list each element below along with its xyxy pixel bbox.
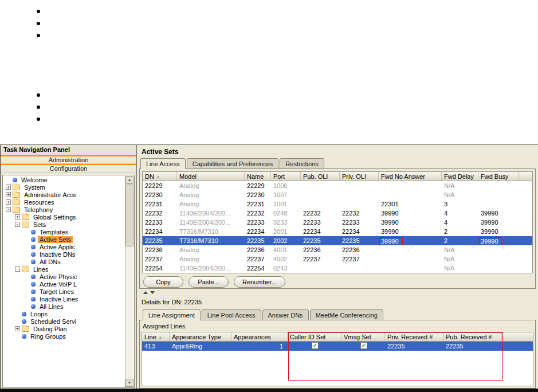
collapse-icon[interactable]: - (15, 266, 20, 272)
column-header-label: Fwd No Answer (381, 173, 425, 180)
tree-item-active-voip-l[interactable]: Active VoIP L (3, 280, 124, 288)
section-configuration[interactable]: Configuration (1, 164, 136, 173)
tree-item-global-settings[interactable]: +Global Settings (3, 213, 124, 221)
table-row-22236[interactable]: 22236Analog2223640012223622236N/A (143, 245, 532, 254)
column-header-model[interactable]: Model (177, 172, 245, 181)
cell: 22235 (340, 236, 379, 245)
column-header-fwd-busy[interactable]: Fwd Busy (478, 172, 519, 181)
table-row-22233[interactable]: 222331140E/2004/200...222330233222332223… (143, 218, 532, 227)
tree-item-active-applic[interactable]: Active Applic. (3, 243, 124, 250)
cell-value: 4 (444, 219, 447, 226)
table-row-22237[interactable]: 22237Analog2223740022223722237N/A (143, 254, 532, 264)
tab-capabilities-and-preferences[interactable]: Capabilities and Preferences (187, 158, 279, 169)
tree-item-active-physic[interactable]: Active Physic (3, 273, 124, 280)
column-header-port[interactable]: Port (271, 172, 301, 181)
tree-item-administrator-acce[interactable]: +Administrator Acce (3, 191, 124, 198)
splitter-expand-icon[interactable] (150, 291, 155, 294)
column-header-name[interactable]: Name (245, 172, 271, 181)
column-header-pub-oli[interactable]: Pub. OLI (301, 172, 340, 181)
tree-item-lines[interactable]: -Lines (3, 265, 124, 273)
checkmark-icon: ✓ (313, 342, 317, 348)
scrollbar-thumb[interactable] (125, 185, 133, 246)
expand-icon[interactable]: + (15, 214, 20, 219)
cell: 22234 (143, 227, 177, 236)
table-row-22230[interactable]: 22230Analog222301007N/A (143, 190, 532, 199)
cell: 1007 (271, 190, 301, 199)
expand-icon[interactable]: + (6, 192, 11, 197)
column-header-appearance-type[interactable]: Appearance Type (170, 332, 231, 341)
tree-item-all-lines[interactable]: All Lines (3, 303, 124, 310)
caller-id-set-checkbox[interactable]: ✓ (312, 342, 319, 349)
cell: 39990 (478, 209, 519, 218)
tree-item-scheduled-servi[interactable]: Scheduled Servi (3, 317, 124, 325)
cell-value: 22233 (303, 219, 321, 226)
table-row-22235[interactable]: 22235T7316/M7310222352002222352223539990… (143, 236, 532, 245)
dot-icon (31, 260, 36, 264)
tree-item-loops[interactable]: Loops (3, 310, 124, 317)
expand-icon[interactable]: + (6, 199, 11, 205)
tree-item-welcome[interactable]: Welcome (3, 176, 124, 183)
collapse-icon[interactable]: - (15, 222, 20, 227)
column-header-pub-received[interactable]: Pub. Received # (443, 332, 502, 341)
collapse-icon[interactable]: - (6, 207, 11, 212)
tab-restrictions[interactable]: Restrictions (280, 158, 324, 169)
column-header-fwd-no-answer[interactable]: Fwd No Answer (379, 172, 442, 181)
tree-item-inactive-lines[interactable]: Inactive Lines (3, 295, 124, 303)
tree-item-target-lines[interactable]: Target Lines (3, 288, 124, 295)
tree-item-telephony[interactable]: -Telephony (3, 206, 124, 213)
copy-button[interactable]: Copy (143, 276, 183, 288)
tree-item-templates[interactable]: Templates (3, 228, 124, 236)
vmsg-set-checkbox[interactable]: ✓ (360, 342, 367, 349)
table-row-22232[interactable]: 222321140E/2004/200...222320248222322223… (143, 209, 532, 218)
column-header-vmsg-set[interactable]: Vmsg Set (341, 332, 385, 341)
tree-item-inactive-dns[interactable]: Inactive DNs (3, 250, 124, 258)
table-row-22254[interactable]: 222541140E/2004/200...222540243N/A (143, 264, 532, 273)
tree-item-active-sets[interactable]: Active Sets (3, 236, 124, 243)
tab-line-pool-access[interactable]: Line Pool Access (202, 309, 261, 320)
cell-value: 4 (444, 210, 447, 217)
tree-item-sets[interactable]: -Sets (3, 221, 124, 228)
table-row-22231[interactable]: 22231Analog222311001223013 (143, 199, 532, 209)
section-administration[interactable]: Administration (1, 155, 136, 164)
scroll-down-icon[interactable]: ▼ (125, 379, 133, 387)
tree-item-system[interactable]: +System (3, 183, 124, 191)
column-header-priv-oli[interactable]: Priv. OLI (340, 172, 379, 181)
split-pane-divider[interactable] (139, 289, 536, 296)
table-row-22229[interactable]: 22229Analog222291006N/A (143, 181, 532, 190)
cell: 22234 (301, 227, 340, 236)
tree-item-ring-groups[interactable]: Ring Groups (3, 332, 124, 340)
tab-answer-dns[interactable]: Answer DNs (262, 309, 309, 320)
cell-value: 0248 (273, 210, 287, 217)
tab-line-assignment[interactable]: Line Assignment (143, 309, 201, 320)
cell-value: 2001 (273, 228, 287, 235)
renumber-button[interactable]: Renumber... (234, 276, 285, 288)
paste-button[interactable]: Paste... (189, 276, 229, 288)
tab-line-access[interactable]: Line Access (140, 158, 186, 169)
table-row-22234[interactable]: 22234T7316/M7310222342001222342223439990… (143, 227, 532, 236)
column-header-appearances[interactable]: Appearances (231, 332, 288, 341)
column-header-priv-received[interactable]: Priv. Received # (385, 332, 443, 341)
cell-pub-received: 22235 (443, 342, 502, 351)
cell: T7316/M7310 (177, 236, 245, 245)
column-header-fwd-delay[interactable]: Fwd Delay (442, 172, 478, 181)
expand-icon[interactable]: + (6, 185, 11, 190)
splitter-collapse-icon[interactable] (143, 291, 148, 294)
tree-item-dialing-plan[interactable]: +Dialing Plan (3, 325, 124, 332)
tree-item-all-dns[interactable]: All DNs (3, 258, 124, 265)
tree-scrollbar[interactable]: ▲ ▼ (125, 176, 133, 387)
cell: 22229 (143, 181, 177, 190)
cell (379, 181, 442, 190)
column-header-dn[interactable]: DN▲ (143, 172, 177, 181)
cell-value: 22236 (303, 246, 321, 253)
table-row-413[interactable]: 413 Appr&Ring 1 ✓ ✓ 22235 22235 (142, 342, 533, 351)
tab-meetme-conferencing[interactable]: MeetMe Conferencing (310, 309, 383, 320)
expand-icon[interactable]: + (15, 326, 20, 331)
cell: 0248 (271, 209, 301, 218)
column-header-line[interactable]: Line ▲ (142, 332, 170, 341)
scroll-up-icon[interactable]: ▲ (125, 176, 133, 184)
tree-item-resources[interactable]: +Resources (3, 198, 124, 206)
cell-value: 1140E/2004/200... (179, 265, 230, 272)
column-header-caller-id-set[interactable]: Caller ID Set (288, 332, 341, 341)
cell: 22254 (143, 264, 177, 273)
cell-value: 22237 (247, 256, 265, 262)
